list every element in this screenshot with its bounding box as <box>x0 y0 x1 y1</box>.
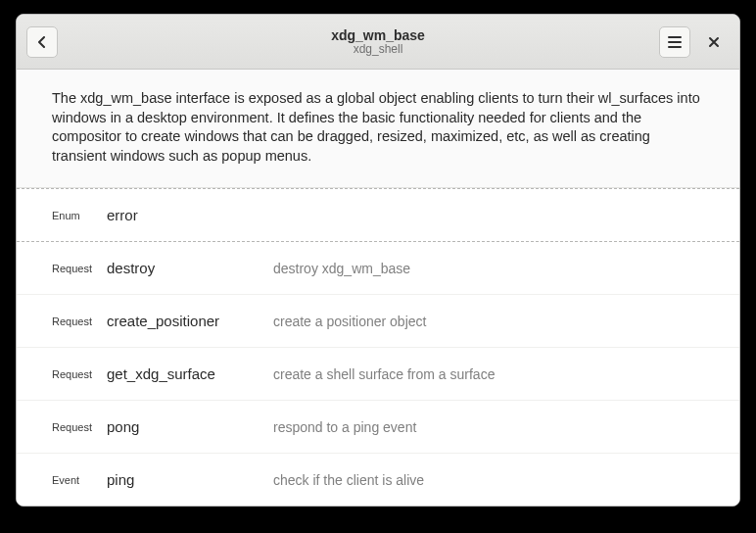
member-kind: Request <box>52 263 107 274</box>
list-item[interactable]: Event ping check if the client is alive <box>17 454 739 506</box>
member-summary: create a positioner object <box>273 314 704 329</box>
member-name: create_positioner <box>107 313 273 329</box>
list-item[interactable]: Request pong respond to a ping event <box>17 401 739 454</box>
list-item[interactable]: Request destroy destroy xdg_wm_base <box>17 242 739 295</box>
list-item[interactable]: Enum error <box>17 188 739 242</box>
chevron-left-icon <box>36 36 48 48</box>
member-summary: respond to a ping event <box>273 419 704 435</box>
member-name: destroy <box>107 260 273 276</box>
close-icon <box>708 36 720 48</box>
member-kind: Request <box>52 421 107 433</box>
member-summary: create a shell surface from a surface <box>273 366 704 382</box>
app-window: xdg_wm_base xdg_shell The xdg_wm_base in… <box>16 14 740 507</box>
member-kind: Request <box>52 315 107 327</box>
hamburger-icon <box>668 36 682 48</box>
member-name: pong <box>107 418 273 435</box>
headerbar-title-group: xdg_wm_base xdg_shell <box>17 15 739 69</box>
window-title: xdg_wm_base <box>331 27 425 43</box>
back-button[interactable] <box>26 26 58 58</box>
member-name: error <box>107 207 273 223</box>
list-item[interactable]: Request create_positioner create a posit… <box>17 295 739 348</box>
member-name: ping <box>107 471 273 488</box>
member-kind: Enum <box>52 210 107 221</box>
member-summary: check if the client is alive <box>273 472 704 488</box>
member-kind: Event <box>52 474 107 486</box>
list-item[interactable]: Request get_xdg_surface create a shell s… <box>17 348 739 401</box>
headerbar: xdg_wm_base xdg_shell <box>17 15 739 70</box>
members-list: Enum error Request destroy destroy xdg_w… <box>17 188 739 506</box>
close-button[interactable] <box>698 26 730 58</box>
headerbar-left <box>17 26 68 58</box>
content-area: The xdg_wm_base interface is exposed as … <box>17 70 739 506</box>
headerbar-right <box>649 26 739 58</box>
menu-button[interactable] <box>659 26 690 58</box>
window-subtitle: xdg_shell <box>354 42 403 56</box>
member-kind: Request <box>52 368 107 380</box>
member-summary: destroy xdg_wm_base <box>273 261 704 276</box>
member-name: get_xdg_surface <box>107 365 273 382</box>
interface-description: The xdg_wm_base interface is exposed as … <box>17 70 739 188</box>
